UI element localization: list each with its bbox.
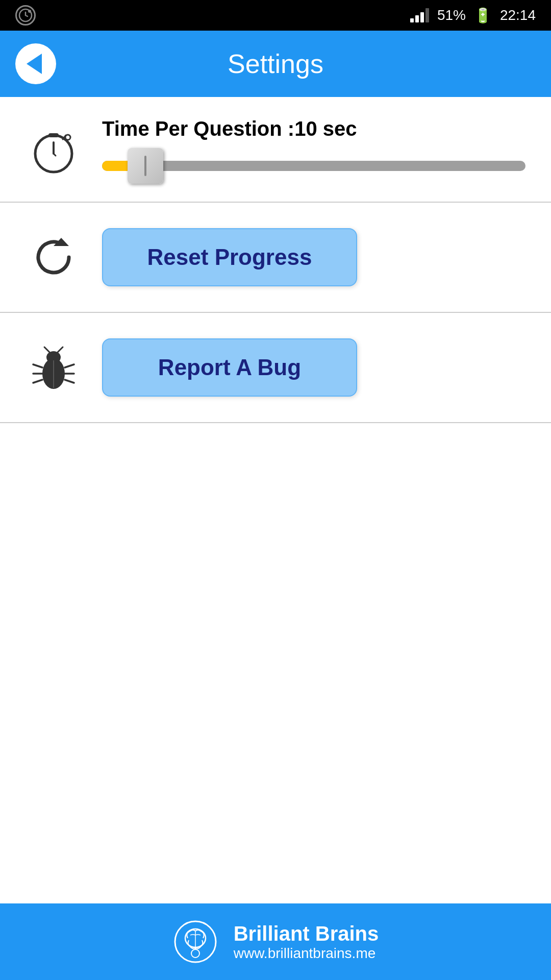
report-bug-button[interactable]: Report A Bug	[102, 338, 357, 397]
time-setting-content: Time Per Question :10 sec	[102, 117, 525, 181]
app-icon	[15, 5, 36, 26]
time-display: 22:14	[500, 7, 536, 23]
time-per-question-section: Time Per Question :10 sec	[0, 97, 551, 203]
signal-icon	[410, 8, 429, 22]
refresh-icon	[26, 229, 82, 285]
stopwatch-icon	[26, 121, 82, 178]
svg-line-14	[33, 364, 42, 368]
svg-line-12	[44, 347, 49, 352]
bug-icon	[26, 339, 82, 396]
svg-point-24	[191, 949, 199, 958]
svg-line-16	[33, 380, 42, 383]
app-header: Settings	[0, 31, 551, 97]
battery-percentage: 51%	[437, 7, 466, 23]
main-content: Time Per Question :10 sec Reset Progress	[0, 97, 551, 903]
status-bar-left	[15, 5, 36, 26]
status-bar-right: 51% 🔋 22:14	[410, 7, 536, 24]
svg-line-17	[65, 364, 74, 368]
svg-point-1	[28, 10, 31, 13]
battery-icon: 🔋	[474, 7, 492, 24]
slider-thumb[interactable]	[128, 148, 163, 184]
time-label: Time Per Question :10 sec	[102, 117, 525, 140]
reset-progress-button[interactable]: Reset Progress	[102, 228, 357, 286]
footer-brand-name: Brilliant Brains	[234, 922, 379, 945]
footer-url: www.brilliantbrains.me	[234, 945, 379, 962]
svg-line-13	[58, 347, 63, 352]
time-slider-container[interactable]	[102, 151, 525, 181]
page-title: Settings	[56, 48, 495, 79]
report-bug-section: Report A Bug	[0, 313, 551, 423]
svg-line-4	[54, 154, 56, 156]
content-spacer	[0, 423, 551, 903]
svg-line-19	[65, 380, 74, 383]
brain-logo-icon	[172, 919, 218, 965]
slider-track	[102, 161, 525, 171]
status-bar: 51% 🔋 22:14	[0, 0, 551, 31]
back-button[interactable]	[15, 43, 56, 84]
back-arrow-icon	[27, 54, 42, 74]
reset-progress-section: Reset Progress	[0, 203, 551, 313]
footer: Brilliant Brains www.brilliantbrains.me	[0, 903, 551, 980]
footer-text-block: Brilliant Brains www.brilliantbrains.me	[234, 922, 379, 962]
